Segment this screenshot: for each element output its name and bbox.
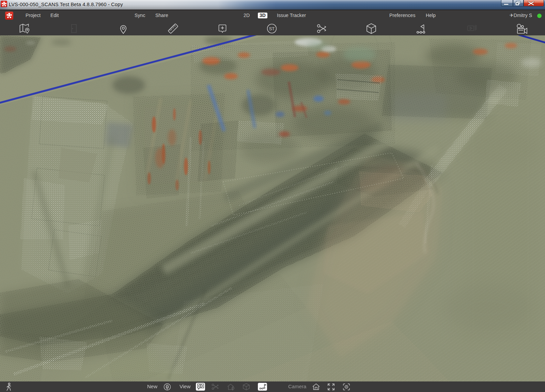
svg-text:ST: ST (269, 26, 275, 31)
